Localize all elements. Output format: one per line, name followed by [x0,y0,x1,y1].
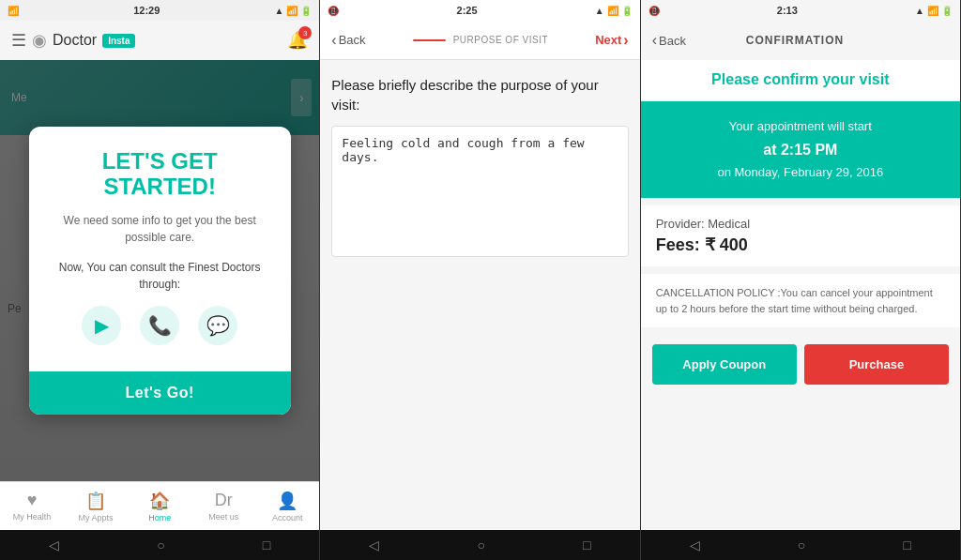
service-icons: ▶ 📞 💬 [48,306,272,345]
my-appts-label: My Appts [79,513,114,522]
screen-1: 📶 12:29 ▲ 📶 🔋 ☰ ◉ Doctor Insta 🔔 3 Me › [0,0,320,560]
time-display-2: 2:25 [457,5,478,16]
s3-right-icons: ▲ 📶 🔋 [915,6,953,16]
modal-body: LET'S GETSTARTED! We need some info to g… [29,127,291,371]
my-health-label: My Health [13,512,52,522]
status-bar-2: 📵 2:25 ▲ 📶 🔋 [320,0,639,21]
home-android-btn-3[interactable]: ○ [798,537,805,552]
notification-button[interactable]: 🔔 3 [287,30,308,51]
home-android-btn[interactable]: ○ [157,537,164,552]
my-health-icon: ♥ [27,491,38,510]
chat-icon: 💬 [198,306,237,345]
progress-line [413,39,446,41]
logo-area: ☰ ◉ Doctor Insta [11,30,135,51]
recents-android-btn-2[interactable]: □ [583,537,590,552]
visit-purpose-input[interactable]: Feeling cold and cough from a few days. [331,126,628,257]
s3-left-icons: 📵 [648,6,660,16]
modal-subtitle: We need some info to get you the best po… [48,212,272,246]
android-nav-1: ◁ ○ □ [0,530,319,560]
meet-us-label: Meet us [208,512,238,522]
screen2-header: ‹ Back PURPOSE OF VISIT Next › [320,21,639,60]
welcome-modal: LET'S GETSTARTED! We need some info to g… [29,127,291,415]
nav-account[interactable]: 👤 Account [255,491,319,522]
home-android-btn-2[interactable]: ○ [478,537,485,552]
meet-us-icon: Dr [215,491,233,510]
screen3-header: ‹ Back CONFIRMATION [641,21,960,60]
appointment-date: on Monday, February 29, 2016 [656,162,945,183]
nav-my-health[interactable]: ♥ My Health [0,491,64,522]
battery-icon-1: 🔋 [300,6,312,16]
time-display-1: 12:29 [133,5,160,16]
fees-label: Fees: ₹ 400 [656,235,945,255]
background-content: Me › Pe LET'S GETSTARTED! We need some i… [0,60,319,481]
cancellation-section: CANCELLATION POLICY :You can cancel your… [641,274,960,327]
s2-signal-icon: ▲ [595,6,604,16]
sim-icon: 📶 [8,6,19,16]
s2-phone-icon: 📵 [328,6,339,16]
provider-label: Provider: Medical [656,217,945,231]
back-label-2: Back [339,33,366,47]
screen-2: 📵 2:25 ▲ 📶 🔋 ‹ Back PURPOSE OF VISIT Nex… [320,0,640,560]
time-display-3: 2:13 [777,5,798,16]
header-action-icons: 🔔 3 [287,30,308,51]
notification-badge: 3 [298,26,312,39]
action-buttons: Apply Coupon Purchase [641,335,960,394]
s3-bars-icon: 📶 [927,6,938,16]
visit-purpose-question: Please briefly describe the purpose of y… [331,75,628,114]
bottom-nav-1: ♥ My Health 📋 My Appts 🏠 Home Dr Meet us… [0,481,319,530]
wifi-icon: ▲ [274,6,283,16]
appointments-icon: 📋 [85,491,106,511]
s2-battery-icon: 🔋 [621,6,633,16]
home-icon: 🏠 [149,491,170,511]
screen3-content: Please confirm your visit Your appointme… [641,60,960,530]
back-button-2[interactable]: ‹ Back [331,32,365,49]
confirm-visit-title: Please confirm your visit [641,60,960,99]
app-header-1: ☰ ◉ Doctor Insta 🔔 3 [0,21,319,60]
account-icon: 👤 [277,491,297,511]
back-button-3[interactable]: ‹ Back [652,32,686,49]
status-right-icons: ▲ 📶 🔋 [274,6,312,16]
s2-wifi-icon: 📶 [607,6,618,16]
purchase-button[interactable]: Purchase [804,344,949,385]
progress-area: PURPOSE OF VISIT [374,35,588,45]
back-android-btn[interactable]: ◁ [49,537,59,552]
s2-right-icons: ▲ 📶 🔋 [595,6,633,16]
s2-left-icons: 📵 [328,6,339,16]
modal-overlay: LET'S GETSTARTED! We need some info to g… [0,60,319,481]
insta-badge: Insta [102,34,135,48]
app-name: Doctor [53,32,97,49]
recents-android-btn-3[interactable]: □ [903,537,910,552]
status-bar-3: 📵 2:13 ▲ 📶 🔋 [641,0,960,21]
nav-meet-us[interactable]: Dr Meet us [191,491,255,522]
status-bar-1: 📶 12:29 ▲ 📶 🔋 [0,0,319,21]
screen2-content: Please briefly describe the purpose of y… [320,60,639,530]
appointment-time: at 2:15 PM [656,137,945,162]
lets-go-button[interactable]: Let's Go! [29,371,291,415]
menu-icon[interactable]: ☰ [11,30,26,51]
android-nav-3: ◁ ○ □ [641,530,960,560]
back-android-btn-2[interactable]: ◁ [369,537,379,552]
back-android-btn-3[interactable]: ◁ [690,537,700,552]
cancellation-text: CANCELLATION POLICY :You can cancel your… [656,285,945,316]
home-label: Home [148,513,171,522]
modal-description: Now, You can consult the Finest Doctors … [48,259,272,293]
back-label-3: Back [659,34,686,48]
nav-my-appts[interactable]: 📋 My Appts [64,491,128,522]
next-button[interactable]: Next › [595,32,629,49]
appointment-banner: Your appointment will start at 2:15 PM o… [641,101,960,198]
progress-label: PURPOSE OF VISIT [453,35,548,45]
status-left-icons: 📶 [8,6,19,16]
screen-3: 📵 2:13 ▲ 📶 🔋 ‹ Back CONFIRMATION Please … [641,0,961,560]
nav-home[interactable]: 🏠 Home [128,491,191,522]
person-circle-icon: ◉ [32,30,47,51]
signal-icon: 📶 [286,6,297,16]
recents-android-btn[interactable]: □ [263,537,270,552]
apply-coupon-button[interactable]: Apply Coupon [652,344,797,385]
phone-icon: 📞 [140,306,179,345]
next-label: Next [595,33,621,47]
modal-title: LET'S GETSTARTED! [48,149,272,199]
s3-signal-icon: 📵 [648,6,660,16]
s3-wifi-icon: ▲ [915,6,924,16]
video-icon: ▶ [82,306,121,345]
android-nav-2: ◁ ○ □ [320,530,639,560]
